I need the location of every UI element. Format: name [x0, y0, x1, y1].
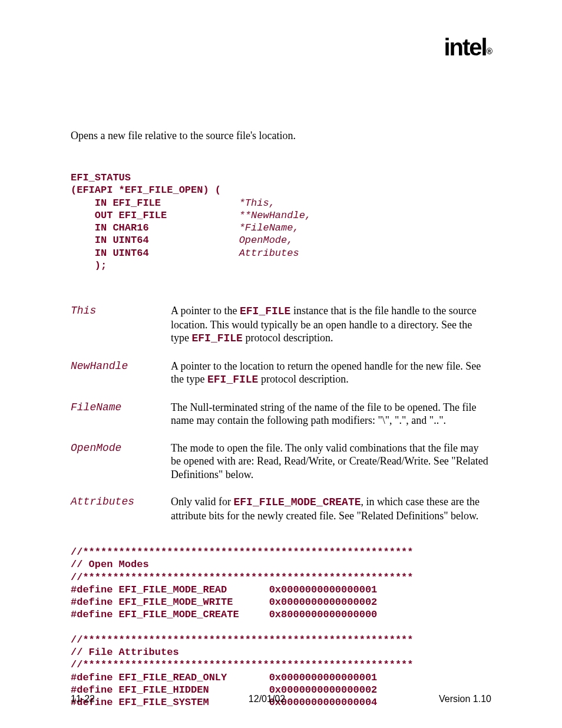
param-desc: The mode to open the file. The only vali…: [171, 442, 491, 482]
parameters-section: This A pointer to the EFI_FILE instance …: [71, 304, 491, 522]
related-definitions: //**************************************…: [71, 546, 491, 709]
proto-l6b: [149, 235, 239, 246]
footer-version: Version 1.10: [439, 694, 491, 704]
param-desc: A pointer to the location to return the …: [171, 360, 491, 387]
param-filename: FileName The Null-terminated string of t…: [71, 401, 491, 427]
param-this: This A pointer to the EFI_FILE instance …: [71, 304, 491, 345]
summary-text: Opens a new file relative to the source …: [71, 130, 491, 142]
proto-l3a: IN EFI_FILE: [71, 197, 161, 209]
intel-logo: intel®: [444, 34, 491, 61]
proto-l7c: Attributes: [239, 248, 299, 259]
proto-l8: );: [71, 260, 107, 271]
proto-l7a: IN UINT64: [71, 248, 149, 259]
proto-l5a: IN CHAR16: [71, 222, 149, 233]
defs-l3: //**************************************…: [71, 572, 414, 583]
param-name: FileName: [71, 401, 171, 427]
proto-l3c: This,: [245, 197, 275, 209]
proto-l4a: OUT EFI_FILE: [71, 210, 167, 221]
content: Opens a new file relative to the source …: [71, 29, 491, 709]
proto-l1: EFI_STATUS: [71, 172, 131, 183]
param-newhandle: NewHandle A pointer to the location to r…: [71, 360, 491, 387]
param-desc: A pointer to the EFI_FILE instance that …: [171, 304, 491, 345]
param-openmode: OpenMode The mode to open the file. The …: [71, 442, 491, 482]
defs-l6: #define EFI_FILE_MODE_CREATE 0x800000000…: [71, 609, 377, 620]
proto-l5b: *: [149, 222, 245, 233]
proto-l4c: NewHandle,: [251, 210, 311, 221]
footer-date: 12/01/02: [249, 694, 285, 704]
proto-l3b: *: [161, 197, 245, 209]
defs-l11: #define EFI_FILE_READ_ONLY 0x00000000000…: [71, 672, 377, 683]
param-name: This: [71, 304, 171, 345]
defs-l10: //**************************************…: [71, 659, 414, 670]
page-footer: 11-22 12/01/02 Version 1.10: [71, 694, 491, 704]
proto-l5c: FileName,: [245, 222, 299, 233]
param-name: NewHandle: [71, 360, 171, 387]
defs-l5: #define EFI_FILE_MODE_WRITE 0x0000000000…: [71, 597, 377, 608]
proto-l7b: [149, 248, 239, 259]
proto-l6a: IN UINT64: [71, 235, 149, 246]
defs-l9: // File Attributes: [71, 647, 179, 658]
param-name: Attributes: [71, 495, 171, 522]
param-desc: Only valid for EFI_FILE_MODE_CREATE, in …: [171, 495, 491, 522]
footer-page-num: 11-22: [71, 694, 95, 704]
prototype-block: EFI_STATUS (EFIAPI *EFI_FILE_OPEN) ( IN …: [71, 172, 491, 272]
param-name: OpenMode: [71, 442, 171, 482]
proto-l2: (EFIAPI *EFI_FILE_OPEN) (: [71, 185, 221, 196]
proto-l6c: OpenMode,: [239, 235, 293, 246]
defs-l8: //**************************************…: [71, 634, 414, 645]
defs-l2: // Open Modes: [71, 559, 149, 570]
proto-l4b: **: [167, 210, 251, 221]
defs-l1: //**************************************…: [71, 546, 414, 558]
param-attributes: Attributes Only valid for EFI_FILE_MODE_…: [71, 495, 491, 522]
param-desc: The Null-terminated string of the name o…: [171, 401, 491, 427]
page: intel® Opens a new file relative to the …: [0, 0, 562, 728]
defs-l4: #define EFI_FILE_MODE_READ 0x00000000000…: [71, 584, 377, 595]
